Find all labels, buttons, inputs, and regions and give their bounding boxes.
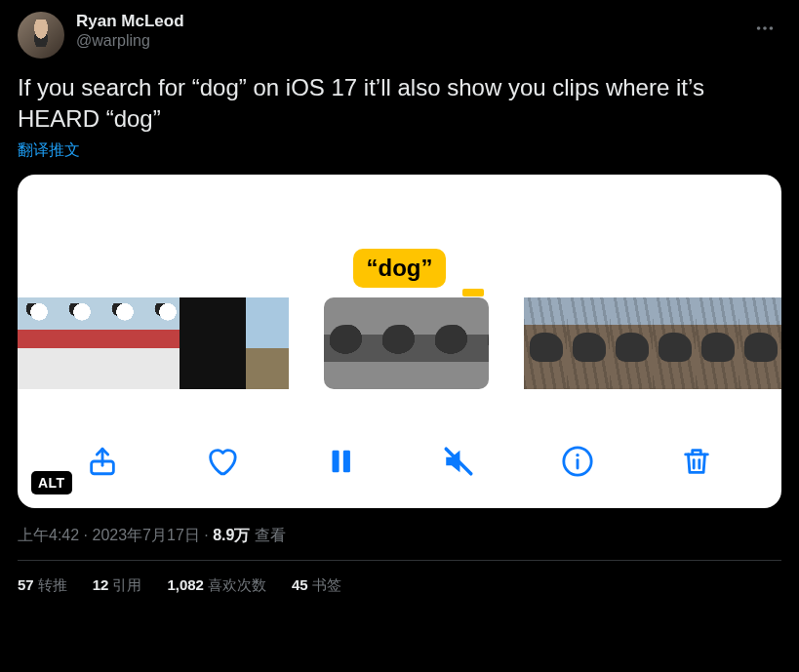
video-frame <box>103 297 146 389</box>
like-button[interactable] <box>202 442 241 481</box>
media-toolbar <box>18 442 781 481</box>
svg-point-0 <box>757 26 761 30</box>
clip-group-active[interactable] <box>324 297 489 389</box>
retweets-stat[interactable]: 57转推 <box>18 576 67 595</box>
avatar[interactable] <box>18 12 64 59</box>
tweet-stats: 57转推 12引用 1,082喜欢次数 45书签 <box>18 561 781 611</box>
video-frame <box>213 297 246 389</box>
mute-button[interactable] <box>439 442 478 481</box>
video-frame <box>482 297 489 389</box>
quotes-stat[interactable]: 12引用 <box>93 576 142 595</box>
clip-group[interactable] <box>18 297 289 389</box>
bookmarks-stat[interactable]: 45书签 <box>292 576 341 595</box>
video-frame <box>429 297 482 389</box>
video-frame <box>696 297 739 389</box>
tweet-text: If you search for “dog” on iOS 17 it’ll … <box>18 72 781 135</box>
tweet-meta: 上午4:42 · 2023年7月17日 · 8.9万 查看 <box>18 526 781 561</box>
tweet-container: Ryan McLeod @warpling If you search for … <box>0 0 799 611</box>
share-button[interactable] <box>83 442 122 481</box>
tweet-header: Ryan McLeod @warpling <box>18 12 781 59</box>
video-frame <box>610 297 653 389</box>
video-frame <box>60 297 103 389</box>
video-timeline[interactable] <box>18 297 781 389</box>
video-frame <box>18 297 60 389</box>
search-match-badge: “dog” <box>353 249 447 288</box>
likes-stat[interactable]: 1,082喜欢次数 <box>167 576 266 595</box>
timeline-marker <box>462 289 484 296</box>
video-frame <box>739 297 781 389</box>
delete-button[interactable] <box>677 442 716 481</box>
translate-link[interactable]: 翻译推文 <box>18 140 80 161</box>
embedded-media[interactable]: “dog” <box>18 175 781 508</box>
tweet-time[interactable]: 上午4:42 <box>18 527 79 543</box>
clip-group[interactable] <box>524 297 781 389</box>
more-options-button[interactable] <box>748 12 781 45</box>
svg-point-2 <box>770 26 774 30</box>
svg-rect-4 <box>332 451 339 473</box>
video-frame <box>324 297 377 389</box>
video-frame <box>246 297 289 389</box>
svg-point-1 <box>763 26 767 30</box>
author-block[interactable]: Ryan McLeod @warpling <box>76 12 748 51</box>
svg-rect-5 <box>342 451 349 473</box>
views-label: 查看 <box>250 527 285 543</box>
author-handle: @warpling <box>76 31 748 51</box>
info-button[interactable] <box>558 442 597 481</box>
views-count: 8.9万 <box>213 527 250 543</box>
tweet-date[interactable]: 2023年7月17日 <box>92 527 199 543</box>
svg-point-9 <box>577 454 579 456</box>
video-frame <box>377 297 429 389</box>
video-frame <box>180 297 213 389</box>
video-frame <box>567 297 610 389</box>
video-frame <box>524 297 567 389</box>
alt-badge[interactable]: ALT <box>31 471 72 494</box>
video-frame <box>653 297 696 389</box>
video-frame <box>146 297 180 389</box>
pause-button[interactable] <box>321 442 360 481</box>
author-display-name: Ryan McLeod <box>76 12 748 31</box>
